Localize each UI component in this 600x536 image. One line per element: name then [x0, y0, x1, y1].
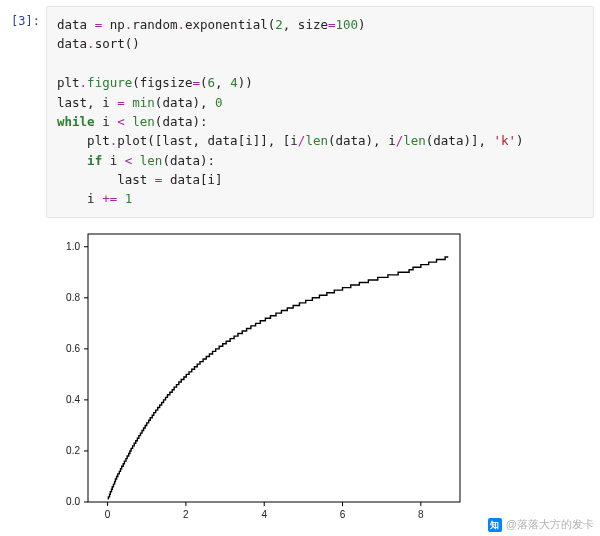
- code-line-8: if i < len(data):: [57, 153, 215, 168]
- svg-text:8: 8: [418, 509, 424, 520]
- code-line-5: last, i = min(data), 0: [57, 95, 223, 110]
- code-input[interactable]: data = np.random.exponential(2, size=100…: [46, 6, 594, 218]
- svg-text:0: 0: [105, 509, 111, 520]
- svg-text:0.6: 0.6: [66, 343, 80, 354]
- chart-svg: 024680.00.20.40.60.81.0: [40, 222, 470, 532]
- watermark: 知乎 @落落大方的发卡: [488, 517, 594, 532]
- code-line-10: i += 1: [57, 191, 132, 206]
- svg-text:6: 6: [340, 509, 346, 520]
- code-line-2: data.sort(): [57, 36, 140, 51]
- svg-text:0.8: 0.8: [66, 292, 80, 303]
- svg-text:0.4: 0.4: [66, 394, 80, 405]
- notebook-page: [3]: data = np.random.exponential(2, siz…: [0, 0, 600, 536]
- svg-text:4: 4: [261, 509, 267, 520]
- zhihu-icon: 知乎: [488, 518, 502, 532]
- code-line-6: while i < len(data):: [57, 114, 208, 129]
- code-line-4: plt.figure(figsize=(6, 4)): [57, 75, 253, 90]
- svg-text:2: 2: [183, 509, 189, 520]
- code-cell: [3]: data = np.random.exponential(2, siz…: [0, 0, 600, 218]
- code-line-9: last = data[i]: [57, 172, 223, 187]
- svg-text:0.2: 0.2: [66, 445, 80, 456]
- cell-output: 024680.00.20.40.60.81.0: [40, 222, 600, 532]
- svg-rect-0: [88, 234, 460, 502]
- code-line-1: data = np.random.exponential(2, size=100…: [57, 17, 366, 32]
- ecdf-chart: 024680.00.20.40.60.81.0: [40, 222, 470, 532]
- cell-prompt: [3]:: [0, 6, 46, 28]
- code-line-7: plt.plot([last, data[i]], [i/len(data), …: [57, 133, 524, 148]
- svg-text:1.0: 1.0: [66, 241, 80, 252]
- watermark-author: @落落大方的发卡: [506, 517, 594, 532]
- svg-text:0.0: 0.0: [66, 496, 80, 507]
